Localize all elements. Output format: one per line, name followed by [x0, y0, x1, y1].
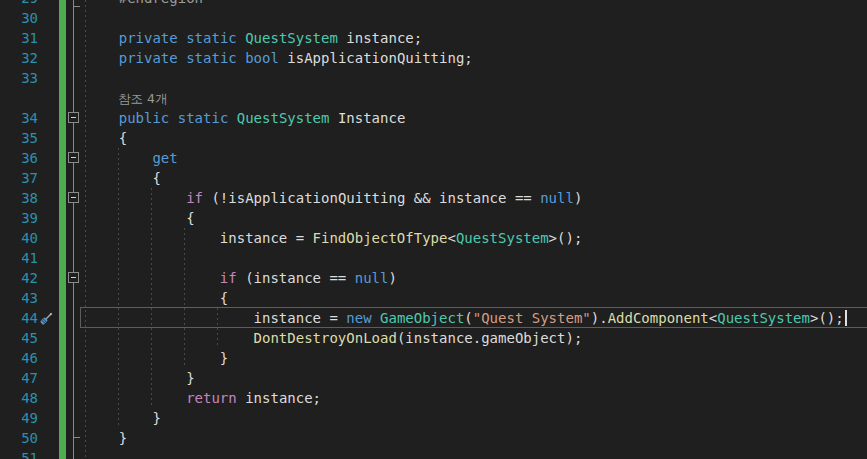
line-number: 46	[0, 348, 38, 368]
code-token: GameObject	[380, 310, 464, 326]
code-token	[85, 390, 186, 406]
code-line-text[interactable]: DontDestroyOnLoad(instance.gameObject);	[85, 328, 582, 348]
code-token: (instance ==	[237, 270, 355, 286]
code-line: 32 private static bool isApplicationQuit…	[0, 48, 867, 68]
code-line-text[interactable]: return instance;	[85, 388, 321, 408]
code-token: FindObjectOfType	[313, 230, 448, 246]
code-token: (instance.gameObject);	[397, 330, 582, 346]
code-line: 31 private static QuestSystem instance;	[0, 28, 867, 48]
code-line: 45 DontDestroyOnLoad(instance.gameObject…	[0, 328, 867, 348]
codelens-references-link[interactable]: 참조 4개	[118, 90, 167, 108]
code-line: 44 instance = new GameObject("Quest Syst…	[0, 308, 867, 328]
code-token: private	[119, 50, 178, 66]
code-token: }	[85, 410, 161, 426]
quick-actions-screwdriver-icon[interactable]	[38, 310, 55, 327]
code-token	[85, 30, 119, 46]
line-number: 33	[0, 68, 38, 88]
line-number: 44	[0, 308, 38, 328]
code-token	[85, 270, 220, 286]
code-line-text[interactable]: }	[85, 348, 228, 368]
code-token: bool	[245, 50, 279, 66]
fold-collapse-toggle[interactable]	[68, 112, 79, 123]
code-line-text[interactable]: {	[85, 288, 228, 308]
code-token	[237, 50, 245, 66]
code-token: public	[119, 110, 170, 126]
code-token: AddComponent	[608, 310, 709, 326]
code-token: isApplicationQuitting;	[279, 50, 473, 66]
fold-collapse-toggle[interactable]	[68, 272, 79, 283]
line-number: 38	[0, 188, 38, 208]
code-token: <	[447, 230, 455, 246]
code-line-text[interactable]: private static QuestSystem instance;	[85, 28, 422, 48]
code-token: instance;	[237, 390, 321, 406]
code-line-text[interactable]: }	[85, 368, 195, 388]
code-token: ).	[591, 310, 608, 326]
code-line-text[interactable]: get	[85, 148, 178, 168]
code-line-text[interactable]: if (instance == null)	[85, 268, 397, 288]
line-number: 40	[0, 228, 38, 248]
code-line: 48 return instance;	[0, 388, 867, 408]
code-token: QuestSystem	[456, 230, 549, 246]
code-line-text[interactable]: if (!isApplicationQuitting && instance =…	[85, 188, 582, 208]
code-lines: 29 #endregion3031 private static QuestSy…	[0, 0, 867, 459]
fold-collapse-toggle[interactable]	[68, 192, 79, 203]
code-token: >();	[549, 230, 583, 246]
line-number: 30	[0, 8, 38, 28]
code-token: instance =	[85, 230, 313, 246]
fold-collapse-toggle[interactable]	[68, 152, 79, 163]
code-line: 50 }	[0, 428, 867, 448]
code-token: static	[186, 30, 237, 46]
code-line: 34 public static QuestSystem Instance	[0, 108, 867, 128]
code-token: instance =	[85, 310, 346, 326]
code-token: null	[355, 270, 389, 286]
code-token: {	[85, 290, 228, 306]
code-line: 30	[0, 8, 867, 28]
codelens-row: 참조 4개	[0, 88, 867, 108]
code-line: 38 if (!isApplicationQuitting && instanc…	[0, 188, 867, 208]
line-number: 49	[0, 408, 38, 428]
code-token: static	[178, 110, 229, 126]
code-line-text[interactable]: }	[85, 428, 127, 448]
code-token	[85, 50, 119, 66]
minus-icon	[71, 197, 76, 198]
code-line-text[interactable]: instance = FindObjectOfType<QuestSystem>…	[85, 228, 582, 248]
code-token	[169, 110, 177, 126]
line-number: 50	[0, 428, 38, 448]
minus-icon	[71, 117, 76, 118]
line-number: 51	[0, 448, 38, 459]
code-line: 36 get	[0, 148, 867, 168]
line-number: 35	[0, 128, 38, 148]
code-line-text[interactable]: {	[85, 168, 161, 188]
code-token: new	[346, 310, 371, 326]
code-line: 29 #endregion	[0, 0, 867, 8]
code-token: )	[574, 190, 582, 206]
code-line-text[interactable]: #endregion	[85, 0, 203, 8]
code-line-text[interactable]: public static QuestSystem Instance	[85, 108, 405, 128]
code-line: 47 }	[0, 368, 867, 388]
line-number: 31	[0, 28, 38, 48]
code-editor[interactable]: 29 #endregion3031 private static QuestSy…	[0, 0, 867, 459]
code-token	[178, 50, 186, 66]
code-token: {	[85, 130, 127, 146]
line-number: 42	[0, 268, 38, 288]
code-line-text[interactable]: instance = new GameObject("Quest System"…	[85, 308, 847, 328]
code-line-text[interactable]: }	[85, 408, 161, 428]
caret	[845, 310, 847, 326]
code-token: }	[85, 430, 127, 446]
minus-icon	[71, 157, 76, 158]
code-token: (!isApplicationQuitting && instance ==	[203, 190, 540, 206]
code-token: }	[85, 370, 195, 386]
code-token	[372, 310, 380, 326]
code-line-text[interactable]: {	[85, 208, 195, 228]
line-number: 48	[0, 388, 38, 408]
code-line-text[interactable]: {	[85, 128, 127, 148]
code-token: (	[464, 310, 472, 326]
code-token: if	[186, 190, 203, 206]
code-token: QuestSystem	[717, 310, 810, 326]
code-line-text[interactable]: private static bool isApplicationQuittin…	[85, 48, 473, 68]
line-number: 45	[0, 328, 38, 348]
code-token: <	[709, 310, 717, 326]
code-line: 33	[0, 68, 867, 88]
code-token	[228, 110, 236, 126]
code-line: 39 {	[0, 208, 867, 228]
